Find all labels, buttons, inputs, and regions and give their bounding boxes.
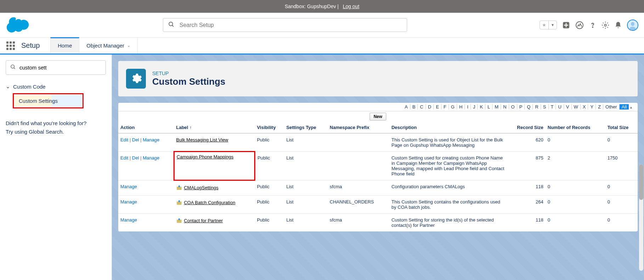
nav-tab-object-manager[interactable]: Object Manager ⌄: [79, 38, 138, 54]
col-label[interactable]: Label ↑: [174, 122, 255, 133]
col-type[interactable]: Settings Type: [284, 122, 328, 133]
setup-gear-icon[interactable]: [602, 21, 609, 29]
sidebar-help-text: Didn't find what you're looking for? Try…: [6, 119, 106, 136]
logout-link[interactable]: Log out: [343, 4, 359, 9]
alpha-filter-q[interactable]: Q: [524, 104, 532, 110]
tree-category-custom-code[interactable]: ⌄ Custom Code: [6, 83, 106, 90]
label-link[interactable]: CMALogSettings: [184, 185, 218, 190]
salesforce-logo[interactable]: [6, 17, 30, 33]
alpha-filter-p[interactable]: P: [517, 104, 525, 110]
type-cell: List: [284, 214, 328, 232]
alpha-filter-a[interactable]: A: [403, 104, 410, 110]
description-cell: Custom Setting used for creating custom …: [389, 152, 507, 180]
alpha-filter-g[interactable]: G: [449, 104, 457, 110]
alpha-filter-m[interactable]: M: [492, 104, 501, 110]
label-link[interactable]: Campaign Phone Mappings: [177, 154, 233, 159]
table-row: Edit | Del | Manage Campaign Phone Mappi…: [118, 152, 638, 180]
edit-link[interactable]: Edit: [120, 137, 128, 142]
tree-item-custom-settings[interactable]: Custom Settings: [15, 95, 82, 107]
favorites-menu[interactable]: ★ ▼: [540, 21, 557, 29]
description-cell: This Custom Setting contains the configu…: [389, 196, 507, 214]
alpha-filter-v[interactable]: V: [564, 104, 571, 110]
alpha-filter-o[interactable]: O: [509, 104, 517, 110]
alpha-filter-j[interactable]: J: [471, 104, 478, 110]
scrollbar[interactable]: [639, 164, 643, 271]
visibility-cell: Public: [255, 196, 284, 214]
alpha-filter-z[interactable]: Z: [595, 104, 603, 110]
alpha-filter-f[interactable]: F: [441, 104, 449, 110]
namespace-cell: [327, 133, 389, 152]
alpha-filter-all[interactable]: All: [619, 104, 629, 110]
alpha-filter-x[interactable]: X: [580, 104, 588, 110]
alpha-filter-y[interactable]: Y: [588, 104, 595, 110]
label-link[interactable]: Contact for Partner: [184, 218, 223, 223]
alpha-filter-b[interactable]: B: [410, 104, 418, 110]
help-icon[interactable]: [589, 21, 597, 29]
page-title: Custom Settings: [152, 76, 226, 87]
manage-link[interactable]: Manage: [143, 137, 159, 142]
global-actions-icon[interactable]: [562, 21, 570, 29]
package-icon: [176, 217, 182, 225]
alpha-filter-d[interactable]: D: [426, 104, 433, 110]
manage-link[interactable]: Manage: [120, 199, 137, 205]
alpha-filter-l[interactable]: L: [485, 104, 492, 110]
svg-rect-13: [177, 202, 182, 205]
alpha-filter-r[interactable]: R: [532, 104, 540, 110]
label-link[interactable]: COA Batch Configuration: [184, 200, 235, 205]
alpha-filter: ABCDEFGHIJKLMNOPQRSTUVWXYZOtherAll▲: [118, 103, 638, 111]
table-row: Manage Contact for Partner Public List s…: [118, 214, 638, 232]
manage-link[interactable]: Manage: [120, 184, 137, 189]
alpha-filter-i[interactable]: I: [465, 104, 471, 110]
label-link[interactable]: Bulk Messaging List View: [176, 137, 228, 142]
label-cell: Campaign Phone Mappings: [174, 152, 255, 180]
svg-rect-10: [177, 187, 182, 190]
alpha-filter-s[interactable]: S: [541, 104, 548, 110]
collapse-icon[interactable]: ▲: [629, 106, 635, 109]
alpha-filter-c[interactable]: C: [417, 104, 425, 110]
total-size-cell: 0: [605, 196, 638, 214]
manage-link[interactable]: Manage: [120, 217, 137, 223]
col-total-size[interactable]: Total Size: [605, 122, 638, 133]
alpha-filter-t[interactable]: T: [548, 104, 556, 110]
alpha-filter-other[interactable]: Other: [603, 104, 619, 110]
alpha-filter-k[interactable]: K: [477, 104, 485, 110]
app-nav: Setup Home Object Manager ⌄: [0, 38, 644, 55]
col-num-records[interactable]: Number of Records: [546, 122, 605, 133]
user-avatar[interactable]: [627, 19, 638, 31]
label-cell: CMALogSettings: [174, 180, 255, 196]
del-link[interactable]: Del: [132, 137, 139, 142]
namespace-cell: sfcma: [327, 180, 389, 196]
alpha-filter-w[interactable]: W: [571, 104, 580, 110]
quick-find[interactable]: [6, 60, 106, 75]
quick-find-input[interactable]: [19, 65, 101, 71]
new-button[interactable]: New: [370, 113, 386, 121]
package-icon: [176, 199, 182, 207]
table-row: Manage CMALogSettings Public List sfcma …: [118, 180, 638, 196]
col-namespace[interactable]: Namespace Prefix: [327, 122, 389, 133]
sandbox-banner: Sandbox: GupshupDev | Log out: [0, 0, 644, 13]
visibility-cell: Public: [255, 133, 284, 152]
alpha-filter-e[interactable]: E: [433, 104, 441, 110]
svg-point-5: [604, 24, 606, 26]
manage-link[interactable]: Manage: [143, 155, 159, 161]
edit-link[interactable]: Edit: [120, 155, 128, 161]
total-size-cell: 1750: [605, 152, 638, 180]
col-record-size[interactable]: Record Size: [507, 122, 546, 133]
del-link[interactable]: Del: [132, 155, 139, 161]
num-records-cell: 0: [546, 180, 605, 196]
global-search-input[interactable]: [179, 22, 402, 28]
description-cell: This Custom Setting is used for Object L…: [389, 133, 507, 152]
alpha-filter-h[interactable]: H: [457, 104, 465, 110]
record-size-cell: 875: [507, 152, 546, 180]
notifications-icon[interactable]: [614, 21, 622, 29]
trailhead-icon[interactable]: [575, 21, 584, 29]
svg-point-0: [169, 22, 173, 26]
alpha-filter-n[interactable]: N: [501, 104, 508, 110]
type-cell: List: [284, 152, 328, 180]
app-launcher-icon[interactable]: [0, 41, 21, 50]
alpha-filter-u[interactable]: U: [555, 104, 563, 110]
global-search[interactable]: [163, 18, 407, 32]
nav-tab-home[interactable]: Home: [50, 37, 79, 53]
col-visibility[interactable]: Visibility: [255, 122, 284, 133]
col-description[interactable]: Description: [389, 122, 507, 133]
